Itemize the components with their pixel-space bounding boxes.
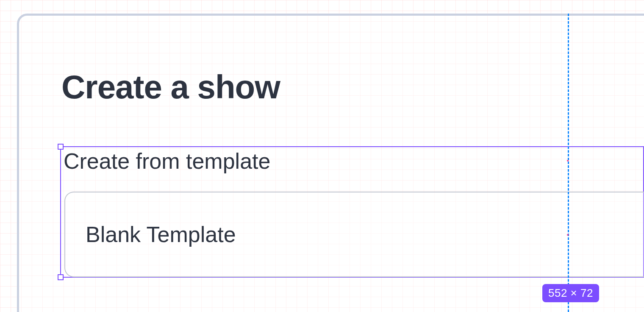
template-card-blank[interactable]: Blank Template <box>64 192 644 277</box>
guide-marker-dot <box>567 160 569 162</box>
selection-handle-top-left[interactable] <box>58 144 64 150</box>
section-label: Create from template <box>64 148 270 174</box>
selection-handle-bottom-left[interactable] <box>58 274 64 280</box>
template-card-label: Blank Template <box>86 222 236 247</box>
page-title: Create a show <box>61 68 280 106</box>
vertical-guide-line[interactable] <box>568 14 569 312</box>
guide-marker-dot <box>567 234 569 236</box>
selection-dimensions-badge: 552 × 72 <box>542 284 599 302</box>
